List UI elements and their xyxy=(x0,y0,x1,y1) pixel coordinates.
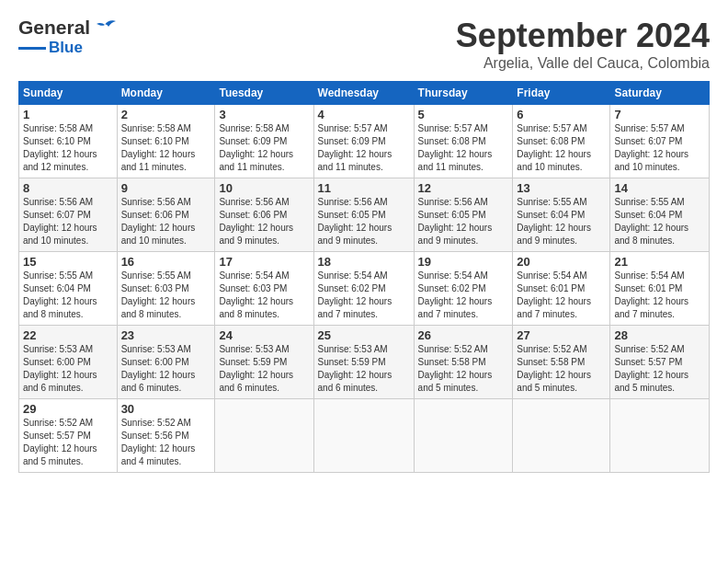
calendar-cell: 8Sunrise: 5:56 AM Sunset: 6:07 PM Daylig… xyxy=(19,178,118,252)
calendar-cell xyxy=(610,399,710,473)
calendar-header-row: Sunday Monday Tuesday Wednesday Thursday… xyxy=(19,82,710,105)
calendar-cell: 26Sunrise: 5:52 AM Sunset: 5:58 PM Dayli… xyxy=(414,326,513,399)
day-number: 7 xyxy=(614,108,705,121)
day-info: Sunrise: 5:53 AM Sunset: 5:59 PM Dayligh… xyxy=(318,343,410,395)
calendar-cell: 16Sunrise: 5:55 AM Sunset: 6:03 PM Dayli… xyxy=(117,252,215,326)
calendar-cell xyxy=(215,399,313,473)
day-info: Sunrise: 5:55 AM Sunset: 6:04 PM Dayligh… xyxy=(23,270,113,321)
day-info: Sunrise: 5:52 AM Sunset: 5:56 PM Dayligh… xyxy=(121,417,211,468)
calendar-cell: 19Sunrise: 5:54 AM Sunset: 6:02 PM Dayli… xyxy=(414,252,513,326)
day-number: 1 xyxy=(23,108,113,121)
calendar-cell: 23Sunrise: 5:53 AM Sunset: 6:00 PM Dayli… xyxy=(117,326,215,399)
calendar-cell: 4Sunrise: 5:57 AM Sunset: 6:09 PM Daylig… xyxy=(313,105,414,178)
day-number: 15 xyxy=(23,255,113,269)
logo: General Blue xyxy=(18,17,118,57)
calendar-cell: 27Sunrise: 5:52 AM Sunset: 5:58 PM Dayli… xyxy=(513,326,610,399)
calendar-row: 15Sunrise: 5:55 AM Sunset: 6:04 PM Dayli… xyxy=(19,252,710,326)
day-number: 4 xyxy=(318,108,410,121)
col-tuesday: Tuesday xyxy=(215,82,313,105)
calendar-cell: 2Sunrise: 5:58 AM Sunset: 6:10 PM Daylig… xyxy=(117,105,215,178)
day-info: Sunrise: 5:57 AM Sunset: 6:08 PM Dayligh… xyxy=(517,122,606,174)
day-info: Sunrise: 5:52 AM Sunset: 5:57 PM Dayligh… xyxy=(614,343,705,395)
calendar-cell: 13Sunrise: 5:55 AM Sunset: 6:04 PM Dayli… xyxy=(513,178,610,252)
month-title: September 2024 xyxy=(456,17,710,55)
day-info: Sunrise: 5:56 AM Sunset: 6:06 PM Dayligh… xyxy=(121,196,211,247)
day-number: 10 xyxy=(219,181,309,195)
day-number: 9 xyxy=(121,181,211,195)
day-info: Sunrise: 5:57 AM Sunset: 6:08 PM Dayligh… xyxy=(418,122,509,174)
day-info: Sunrise: 5:56 AM Sunset: 6:07 PM Dayligh… xyxy=(23,196,113,247)
calendar-row: 8Sunrise: 5:56 AM Sunset: 6:07 PM Daylig… xyxy=(19,178,710,252)
day-number: 20 xyxy=(517,255,606,269)
day-info: Sunrise: 5:52 AM Sunset: 5:58 PM Dayligh… xyxy=(517,343,606,395)
day-info: Sunrise: 5:56 AM Sunset: 6:05 PM Dayligh… xyxy=(318,196,410,247)
day-number: 24 xyxy=(219,328,309,342)
calendar-cell: 21Sunrise: 5:54 AM Sunset: 6:01 PM Dayli… xyxy=(610,252,710,326)
calendar-cell: 17Sunrise: 5:54 AM Sunset: 6:03 PM Dayli… xyxy=(215,252,313,326)
day-info: Sunrise: 5:54 AM Sunset: 6:02 PM Dayligh… xyxy=(418,270,509,321)
day-number: 5 xyxy=(418,108,509,121)
calendar-cell: 3Sunrise: 5:58 AM Sunset: 6:09 PM Daylig… xyxy=(215,105,313,178)
col-monday: Monday xyxy=(117,82,215,105)
day-number: 3 xyxy=(219,108,309,121)
day-info: Sunrise: 5:54 AM Sunset: 6:02 PM Dayligh… xyxy=(318,270,410,321)
day-number: 17 xyxy=(219,255,309,269)
day-info: Sunrise: 5:53 AM Sunset: 6:00 PM Dayligh… xyxy=(121,343,211,395)
day-number: 14 xyxy=(614,181,705,195)
calendar-cell: 11Sunrise: 5:56 AM Sunset: 6:05 PM Dayli… xyxy=(313,178,414,252)
day-number: 6 xyxy=(517,108,606,121)
col-wednesday: Wednesday xyxy=(313,82,414,105)
day-number: 12 xyxy=(418,181,509,195)
calendar-cell: 20Sunrise: 5:54 AM Sunset: 6:01 PM Dayli… xyxy=(513,252,610,326)
calendar-cell xyxy=(414,399,513,473)
calendar-row: 29Sunrise: 5:52 AM Sunset: 5:57 PM Dayli… xyxy=(19,399,710,473)
calendar-cell: 12Sunrise: 5:56 AM Sunset: 6:05 PM Dayli… xyxy=(414,178,513,252)
day-info: Sunrise: 5:54 AM Sunset: 6:01 PM Dayligh… xyxy=(517,270,606,321)
day-number: 18 xyxy=(318,255,410,269)
day-number: 16 xyxy=(121,255,211,269)
calendar-cell: 7Sunrise: 5:57 AM Sunset: 6:07 PM Daylig… xyxy=(610,105,710,178)
col-saturday: Saturday xyxy=(610,82,710,105)
calendar-cell: 29Sunrise: 5:52 AM Sunset: 5:57 PM Dayli… xyxy=(19,399,118,473)
day-number: 26 xyxy=(418,328,509,342)
location-title: Argelia, Valle del Cauca, Colombia xyxy=(456,55,710,72)
day-info: Sunrise: 5:54 AM Sunset: 6:03 PM Dayligh… xyxy=(219,270,309,321)
day-number: 21 xyxy=(614,255,705,269)
day-info: Sunrise: 5:58 AM Sunset: 6:09 PM Dayligh… xyxy=(219,122,309,174)
logo-bird-icon xyxy=(92,17,118,38)
day-number: 19 xyxy=(418,255,509,269)
day-info: Sunrise: 5:57 AM Sunset: 6:09 PM Dayligh… xyxy=(318,122,410,174)
col-sunday: Sunday xyxy=(19,82,118,105)
calendar-cell: 10Sunrise: 5:56 AM Sunset: 6:06 PM Dayli… xyxy=(215,178,313,252)
calendar-cell: 14Sunrise: 5:55 AM Sunset: 6:04 PM Dayli… xyxy=(610,178,710,252)
calendar-cell: 5Sunrise: 5:57 AM Sunset: 6:08 PM Daylig… xyxy=(414,105,513,178)
day-number: 8 xyxy=(23,181,113,195)
calendar-table: Sunday Monday Tuesday Wednesday Thursday… xyxy=(18,81,710,473)
day-info: Sunrise: 5:53 AM Sunset: 5:59 PM Dayligh… xyxy=(219,343,309,395)
day-number: 27 xyxy=(517,328,606,342)
calendar-cell: 9Sunrise: 5:56 AM Sunset: 6:06 PM Daylig… xyxy=(117,178,215,252)
day-info: Sunrise: 5:52 AM Sunset: 5:58 PM Dayligh… xyxy=(418,343,509,395)
title-area: September 2024 Argelia, Valle del Cauca,… xyxy=(456,17,710,72)
day-info: Sunrise: 5:55 AM Sunset: 6:04 PM Dayligh… xyxy=(517,196,606,247)
calendar-cell: 24Sunrise: 5:53 AM Sunset: 5:59 PM Dayli… xyxy=(215,326,313,399)
calendar-cell: 18Sunrise: 5:54 AM Sunset: 6:02 PM Dayli… xyxy=(313,252,414,326)
day-info: Sunrise: 5:57 AM Sunset: 6:07 PM Dayligh… xyxy=(614,122,705,174)
calendar-cell xyxy=(513,399,610,473)
day-info: Sunrise: 5:53 AM Sunset: 6:00 PM Dayligh… xyxy=(23,343,113,395)
calendar-cell: 28Sunrise: 5:52 AM Sunset: 5:57 PM Dayli… xyxy=(610,326,710,399)
calendar-cell: 30Sunrise: 5:52 AM Sunset: 5:56 PM Dayli… xyxy=(117,399,215,473)
calendar-cell: 1Sunrise: 5:58 AM Sunset: 6:10 PM Daylig… xyxy=(19,105,118,178)
page: General Blue September 2024 Argelia, Val… xyxy=(0,0,728,482)
col-thursday: Thursday xyxy=(414,82,513,105)
day-number: 29 xyxy=(23,402,113,416)
day-number: 2 xyxy=(121,108,211,121)
day-number: 13 xyxy=(517,181,606,195)
calendar-cell: 15Sunrise: 5:55 AM Sunset: 6:04 PM Dayli… xyxy=(19,252,118,326)
calendar-cell: 22Sunrise: 5:53 AM Sunset: 6:00 PM Dayli… xyxy=(19,326,118,399)
day-number: 11 xyxy=(318,181,410,195)
header: General Blue September 2024 Argelia, Val… xyxy=(18,17,710,72)
calendar-row: 1Sunrise: 5:58 AM Sunset: 6:10 PM Daylig… xyxy=(19,105,710,178)
day-number: 28 xyxy=(614,328,705,342)
day-info: Sunrise: 5:55 AM Sunset: 6:03 PM Dayligh… xyxy=(121,270,211,321)
